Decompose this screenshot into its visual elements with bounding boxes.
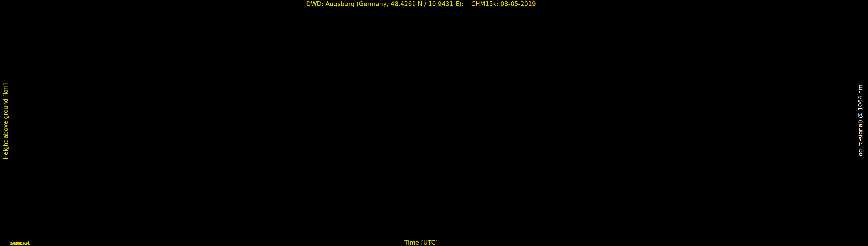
x-axis-label: Time [UTC]: [22, 239, 820, 246]
y-axis-label: Height above ground [km]: [2, 83, 9, 159]
heatmap-canvas: [22, 7, 820, 235]
colorbar-canvas: [829, 7, 841, 235]
y-axis-label-wrap: Height above ground [km]: [1, 7, 10, 235]
colorbar-label: log(rc-signal) @ 1064 nm: [857, 85, 864, 158]
sunset-label: sunset: [0, 239, 40, 246]
ceilometer-quicklook-figure: DWD: Augsburg (Germany; 48.4261 N / 10.9…: [0, 0, 868, 246]
chart-title: DWD: Augsburg (Germany; 48.4261 N / 10.9…: [22, 1, 820, 7]
colorbar-label-wrap: log(rc-signal) @ 1064 nm: [855, 7, 865, 235]
